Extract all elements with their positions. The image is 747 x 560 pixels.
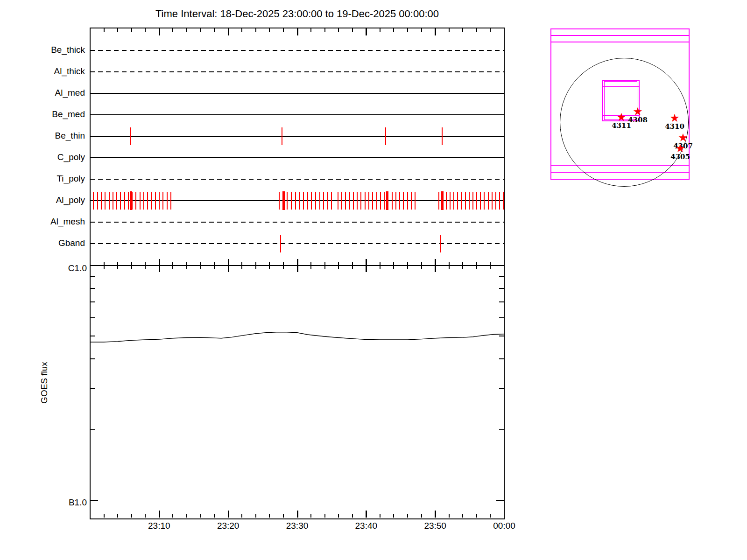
- exposure-tick: [279, 192, 280, 210]
- exposure-tick: [376, 192, 377, 210]
- exposure-tick-thick: [282, 191, 285, 210]
- axis-major-tick: [228, 259, 229, 272]
- exposure-tick: [442, 127, 443, 145]
- axis-major-tick: [159, 511, 160, 518]
- flux-minor-tick: [91, 429, 95, 430]
- axis-major-tick: [159, 259, 160, 272]
- exposure-tick: [116, 192, 117, 210]
- exposure-tick: [395, 192, 396, 210]
- axis-minor-tick: [200, 28, 201, 32]
- exposure-tick: [307, 192, 308, 210]
- filter-label-c_poly: C_poly: [6, 152, 85, 162]
- axis-minor-tick: [255, 262, 256, 269]
- exposure-tick: [167, 192, 168, 210]
- exposure-tick: [465, 192, 466, 210]
- axis-major-tick: [297, 28, 298, 35]
- exposure-tick: [130, 127, 131, 145]
- exposure-tick: [113, 192, 113, 210]
- exposure-tick: [385, 127, 386, 145]
- exposure-tick: [503, 192, 504, 210]
- exposure-tick: [135, 192, 136, 210]
- exposure-tick: [384, 192, 385, 210]
- flux-minor-tick: [499, 429, 504, 430]
- axis-minor-tick: [462, 262, 463, 269]
- exposure-tick: [349, 192, 350, 210]
- axis-major-tick: [159, 28, 160, 35]
- x-axis-label: 23:10: [138, 521, 180, 531]
- flux-minor-tick: [91, 276, 95, 277]
- axis-minor-tick: [449, 28, 450, 32]
- axis-minor-tick: [449, 262, 450, 269]
- exposure-tick: [109, 192, 110, 210]
- exposure-tick: [480, 192, 481, 210]
- axis-minor-tick: [310, 514, 311, 518]
- exposure-tick: [457, 192, 458, 210]
- exposure-tick: [124, 192, 125, 210]
- filter-label-al_mesh: Al_mesh: [6, 217, 85, 227]
- axis-minor-tick: [407, 28, 408, 32]
- axis-minor-tick: [131, 28, 132, 32]
- axis-minor-tick: [255, 514, 256, 518]
- exposure-tick: [492, 192, 493, 210]
- filter-label-al_med: Al_med: [6, 88, 85, 98]
- axis-minor-tick: [324, 28, 325, 32]
- axis-minor-tick: [324, 514, 325, 518]
- filter-label-be_thin: Be_thin: [6, 131, 85, 141]
- axis-minor-tick: [462, 28, 463, 32]
- exposure-tick: [453, 192, 454, 210]
- exposure-tick: [93, 192, 94, 210]
- flux-minor-tick: [91, 358, 95, 359]
- exposure-tick: [280, 235, 281, 252]
- axis-minor-tick: [186, 262, 187, 269]
- exposure-tick: [450, 192, 451, 210]
- exposure-tick: [495, 192, 496, 210]
- axis-minor-tick: [324, 262, 325, 269]
- axis-major-tick: [435, 259, 436, 272]
- axis-major-tick: [297, 511, 298, 518]
- axis-minor-tick: [172, 28, 173, 32]
- x-axis-label: 23:20: [207, 521, 249, 531]
- exposure-tick: [372, 192, 373, 210]
- star-label: 4305: [665, 153, 695, 161]
- exposure-tick: [295, 192, 296, 210]
- x-axis-label: 00:00: [483, 521, 525, 531]
- exposure-tick: [407, 192, 408, 210]
- x-axis-label: 23:50: [414, 521, 456, 531]
- filter-label-ti_poly: Ti_poly: [6, 174, 85, 184]
- axis-minor-tick: [490, 28, 491, 32]
- exposure-tick: [365, 192, 366, 210]
- flux-minor-tick: [499, 317, 504, 318]
- flux-minor-tick: [499, 301, 504, 302]
- axis-minor-tick: [131, 262, 132, 269]
- exposure-tick: [155, 192, 156, 210]
- goes-y-bottom-label: B1.0: [44, 497, 87, 508]
- axis-minor-tick: [421, 262, 422, 269]
- axis-minor-tick: [214, 262, 215, 269]
- goes-y-top-label: C1.0: [44, 263, 87, 273]
- exposure-tick: [299, 192, 300, 210]
- axis-minor-tick: [241, 514, 242, 518]
- axis-minor-tick: [352, 28, 353, 32]
- exposure-tick: [287, 192, 288, 210]
- exposure-tick: [499, 192, 500, 210]
- axis-minor-tick: [283, 262, 284, 269]
- axis-minor-tick: [255, 28, 256, 32]
- star-label: 4310: [660, 122, 690, 131]
- flux-minor-tick: [91, 317, 95, 318]
- flux-b1-tick: [496, 500, 504, 501]
- exposure-tick: [291, 192, 292, 210]
- goes-flux-panel: [90, 265, 505, 519]
- exposure-tick: [446, 192, 447, 210]
- filter-row-line: [90, 157, 504, 158]
- exposure-tick: [353, 192, 354, 210]
- filter-row-line: [90, 114, 504, 115]
- exposure-tick: [357, 192, 358, 210]
- axis-major-tick: [228, 511, 229, 518]
- exposure-tick: [345, 192, 346, 210]
- axis-minor-tick: [380, 262, 381, 269]
- axis-minor-tick: [283, 514, 284, 518]
- axis-minor-tick: [145, 514, 146, 518]
- axis-major-tick: [228, 28, 229, 35]
- axis-minor-tick: [462, 514, 463, 518]
- flux-minor-tick: [499, 276, 504, 277]
